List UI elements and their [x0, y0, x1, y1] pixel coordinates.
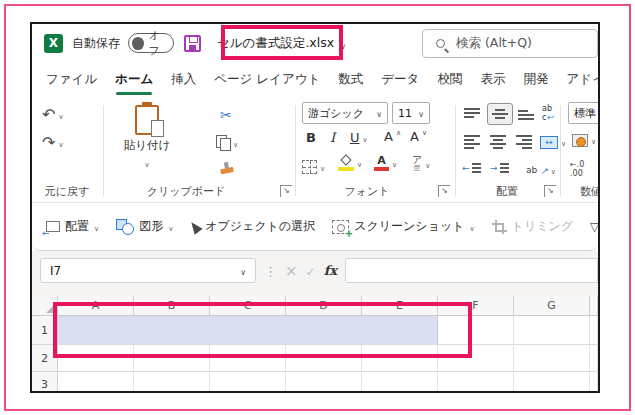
column-header-a[interactable]: A [58, 296, 134, 316]
excel-logo-icon[interactable] [44, 34, 63, 53]
accounting-format-icon [572, 134, 588, 147]
insert-function-icon[interactable]: fx [324, 263, 337, 278]
toolbar-screenshot[interactable]: スクリーンショット [332, 218, 474, 235]
cell-c3[interactable] [210, 372, 286, 393]
cell-b2[interactable] [134, 345, 210, 372]
tab-review[interactable]: 校閲 [437, 71, 462, 88]
toolbar-shapes[interactable]: 図形 [116, 218, 173, 235]
drawing-toolbar: 配置 図形 オブジェクトの選択 スクリーンショット トリミング フィルター [32, 203, 598, 251]
autosave-toggle[interactable]: オフ [128, 33, 174, 53]
chevron-down-icon [144, 156, 149, 170]
cell-b3[interactable] [134, 372, 210, 393]
column-header-g[interactable]: G [514, 296, 590, 316]
font-size-select[interactable]: 11 [392, 102, 430, 124]
cell-e2[interactable] [362, 345, 438, 372]
cell-a2[interactable] [58, 345, 134, 372]
cut-button[interactable] [220, 107, 232, 123]
alignment-dialog-launcher[interactable] [544, 185, 556, 197]
increase-indent-button[interactable]: → [490, 163, 509, 173]
align-center-icon [490, 135, 506, 149]
formula-input[interactable] [345, 258, 598, 283]
formula-bar-handle[interactable] [264, 261, 277, 280]
tab-file[interactable]: ファイル [46, 71, 97, 88]
chevron-down-icon [418, 107, 424, 120]
tab-data[interactable]: データ [381, 71, 419, 88]
cell-f2[interactable] [438, 345, 514, 372]
orientation-button[interactable]: ab [526, 163, 556, 177]
fill-color-button[interactable] [338, 155, 362, 171]
align-top-button[interactable] [464, 108, 480, 120]
number-format-select[interactable]: 標準 [568, 102, 600, 124]
phonetic-button[interactable]: ア亜 [412, 155, 430, 172]
grow-font-button[interactable]: A∧ [384, 129, 401, 144]
wrap-text-button[interactable]: abc [542, 105, 553, 123]
row-header-1[interactable]: 1 [32, 316, 58, 345]
search-box[interactable]: 検索 (Alt+Q) [422, 29, 598, 58]
row-header-3[interactable]: 3 [32, 372, 58, 393]
italic-button[interactable]: I [330, 130, 335, 145]
decrease-indent-button[interactable]: ← [462, 163, 481, 173]
cell-f3[interactable] [438, 372, 514, 393]
underline-button[interactable]: U [350, 130, 368, 145]
caret-up-icon: ∧ [396, 129, 401, 137]
chevron-down-icon [551, 163, 556, 177]
row-header-2[interactable]: 2 [32, 345, 58, 372]
align-middle-button[interactable] [487, 103, 513, 125]
cell-c2[interactable] [210, 345, 286, 372]
save-icon[interactable] [184, 35, 201, 52]
cell-d3[interactable] [286, 372, 362, 393]
toolbar-select-objects[interactable]: オブジェクトの選択 [190, 218, 315, 235]
font-color-button[interactable]: A [374, 155, 397, 171]
align-left-button[interactable] [464, 135, 480, 149]
align-center-button[interactable] [490, 135, 506, 149]
chevron-down-icon [94, 220, 99, 234]
merged-cell-a1-e1[interactable] [58, 316, 438, 345]
column-header-e[interactable]: E [362, 296, 438, 316]
redo-button[interactable] [42, 133, 64, 152]
shrink-font-button[interactable]: A∨ [410, 129, 427, 144]
column-header-d[interactable]: D [286, 296, 362, 316]
cell-g1[interactable] [514, 316, 590, 345]
toolbar-filter[interactable]: フィルター [590, 218, 600, 235]
increase-decimal-button[interactable]: ←.0.00 [570, 161, 584, 179]
tab-addins[interactable]: アドイン [566, 71, 600, 88]
column-header-f[interactable]: F [438, 296, 514, 316]
tab-formulas[interactable]: 数式 [338, 71, 363, 88]
copy-button[interactable] [216, 135, 238, 150]
bold-button[interactable]: B [306, 130, 316, 145]
font-name-select[interactable]: 游ゴシック [302, 102, 388, 124]
font-dialog-launcher[interactable] [438, 185, 450, 197]
undo-button[interactable] [42, 105, 64, 124]
column-header-c[interactable]: C [210, 296, 286, 316]
tab-home[interactable]: ホーム [115, 71, 153, 88]
accounting-format-button[interactable] [572, 133, 596, 147]
merge-center-button[interactable] [540, 135, 566, 149]
select-all-corner[interactable] [32, 296, 58, 316]
align-bottom-button[interactable] [518, 108, 534, 120]
column-header-b[interactable]: B [134, 296, 210, 316]
worksheet-grid: A B C D E F G 1 2 3 [32, 296, 598, 393]
cell-f1[interactable] [438, 316, 514, 345]
tab-insert[interactable]: 挿入 [171, 71, 196, 88]
cell-e3[interactable] [362, 372, 438, 393]
clipboard-dialog-launcher[interactable] [280, 185, 292, 197]
cell-g2[interactable] [514, 345, 590, 372]
cell-g3[interactable] [514, 372, 590, 393]
tab-page-layout[interactable]: ページ レイアウト [214, 71, 320, 88]
borders-button[interactable] [302, 160, 325, 174]
shapes-icon [116, 219, 134, 234]
crop-icon [492, 220, 507, 234]
chevron-down-icon [591, 133, 596, 147]
cell-a3[interactable] [58, 372, 134, 393]
tab-developer[interactable]: 開発 [523, 71, 548, 88]
tab-view[interactable]: 表示 [480, 71, 505, 88]
name-box[interactable]: I7 [40, 258, 256, 283]
format-painter-button[interactable] [220, 161, 235, 175]
align-right-button[interactable] [516, 135, 532, 149]
filename-menu[interactable]: セルの書式設定.xlsx [217, 34, 346, 53]
toolbar-arrange[interactable]: 配置 [44, 218, 99, 235]
paste-button[interactable]: 貼り付け [118, 101, 176, 170]
align-bottom-icon [518, 108, 534, 120]
cell-d2[interactable] [286, 345, 362, 372]
align-left-icon [464, 135, 480, 149]
